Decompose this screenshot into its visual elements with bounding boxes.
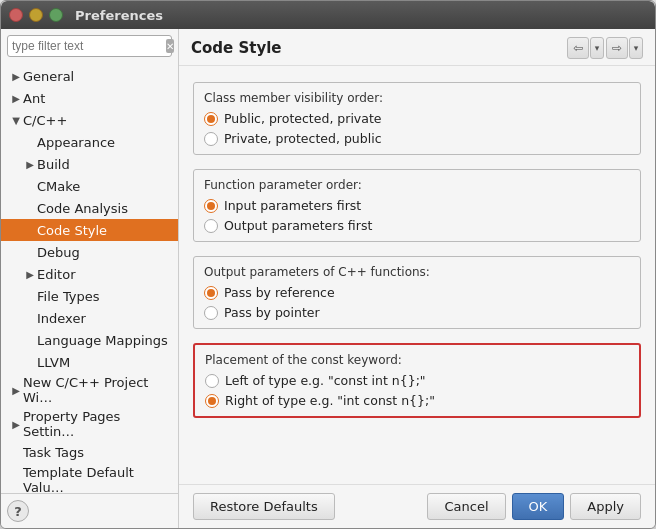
sidebar-item-general[interactable]: ▶General — [1, 65, 178, 87]
help-button[interactable]: ? — [7, 500, 29, 522]
radio-option-1[interactable]: Private, protected, public — [204, 131, 630, 146]
content-footer: Restore Defaults Cancel OK Apply — [179, 484, 655, 528]
tree-arrow-icon — [9, 445, 23, 459]
sidebar-item-template-default[interactable]: Template Default Valu… — [1, 463, 178, 493]
sidebar-item-editor[interactable]: ▶Editor — [1, 263, 178, 285]
radio-button[interactable] — [204, 112, 218, 126]
nav-back-button[interactable]: ⇦ — [567, 37, 589, 59]
tree-arrow-icon — [23, 179, 37, 193]
tree-arrow-icon — [23, 245, 37, 259]
apply-button[interactable]: Apply — [570, 493, 641, 520]
sidebar-item-property-pages[interactable]: ▶Property Pages Settin… — [1, 407, 178, 441]
sidebar-item-label: General — [23, 69, 74, 84]
content-scroll: Class member visibility order:Public, pr… — [179, 66, 655, 484]
sidebar-item-label: LLVM — [37, 355, 70, 370]
content-panel: Code Style ⇦ ▾ ⇨ ▾ Class member visibili… — [179, 29, 655, 528]
search-box[interactable]: ✕ — [7, 35, 172, 57]
radio-label: Public, protected, private — [224, 111, 382, 126]
search-clear-button[interactable]: ✕ — [166, 39, 174, 53]
tree-arrow-icon: ▶ — [9, 417, 23, 431]
tree-arrow-icon: ▼ — [9, 113, 23, 127]
sidebar-item-code-analysis[interactable]: Code Analysis — [1, 197, 178, 219]
radio-button[interactable] — [204, 306, 218, 320]
close-button[interactable] — [9, 8, 23, 22]
sidebar-item-label: Code Style — [37, 223, 107, 238]
tree-arrow-icon: ▶ — [23, 267, 37, 281]
sidebar-item-label: Task Tags — [23, 445, 84, 460]
sidebar-item-label: CMake — [37, 179, 80, 194]
sidebar-item-indexer[interactable]: Indexer — [1, 307, 178, 329]
radio-option-0[interactable]: Left of type e.g. "const int n{};" — [205, 373, 629, 388]
tree-arrow-icon — [23, 311, 37, 325]
maximize-button[interactable] — [49, 8, 63, 22]
restore-defaults-button[interactable]: Restore Defaults — [193, 493, 335, 520]
sidebar-tree: ▶General▶Ant▼C/C++Appearance▶BuildCMakeC… — [1, 63, 178, 493]
sidebar-item-cpp[interactable]: ▼C/C++ — [1, 109, 178, 131]
radio-button[interactable] — [205, 394, 219, 408]
section-label: Function parameter order: — [204, 178, 630, 192]
radio-label: Right of type e.g. "int const n{};" — [225, 393, 435, 408]
preferences-window: Preferences ✕ ▶General▶Ant▼C/C++Appearan… — [0, 0, 656, 529]
window-title: Preferences — [75, 8, 163, 23]
sidebar-item-build[interactable]: ▶Build — [1, 153, 178, 175]
section-const-keyword: Placement of the const keyword:Left of t… — [193, 343, 641, 418]
radio-button[interactable] — [205, 374, 219, 388]
sidebar-item-label: Template Default Valu… — [23, 465, 174, 493]
content-header: Code Style ⇦ ▾ ⇨ ▾ — [179, 29, 655, 66]
radio-button[interactable] — [204, 132, 218, 146]
sidebar-item-cmake[interactable]: CMake — [1, 175, 178, 197]
radio-label: Output parameters first — [224, 218, 372, 233]
sidebar-item-language-mappings[interactable]: Language Mappings — [1, 329, 178, 351]
nav-arrows: ⇦ ▾ ⇨ ▾ — [567, 37, 643, 59]
tree-arrow-icon — [9, 473, 23, 487]
sidebar-item-appearance[interactable]: Appearance — [1, 131, 178, 153]
tree-arrow-icon — [23, 223, 37, 237]
sidebar-item-label: Code Analysis — [37, 201, 128, 216]
radio-label: Input parameters first — [224, 198, 361, 213]
sidebar-item-new-cpp-project[interactable]: ▶New C/C++ Project Wi… — [1, 373, 178, 407]
tree-arrow-icon — [23, 201, 37, 215]
radio-option-1[interactable]: Right of type e.g. "int const n{};" — [205, 393, 629, 408]
tree-arrow-icon: ▶ — [9, 383, 23, 397]
sidebar-item-label: Build — [37, 157, 70, 172]
radio-option-1[interactable]: Output parameters first — [204, 218, 630, 233]
radio-label: Pass by pointer — [224, 305, 320, 320]
section-border: Placement of the const keyword:Left of t… — [193, 343, 641, 418]
tree-arrow-icon — [23, 289, 37, 303]
section-border: Output parameters of C++ functions:Pass … — [193, 256, 641, 329]
sidebar-item-llvm[interactable]: LLVM — [1, 351, 178, 373]
sidebar: ✕ ▶General▶Ant▼C/C++Appearance▶BuildCMak… — [1, 29, 179, 528]
radio-button[interactable] — [204, 219, 218, 233]
search-input[interactable] — [12, 39, 162, 53]
nav-forward-dropdown[interactable]: ▾ — [629, 37, 643, 59]
radio-option-0[interactable]: Pass by reference — [204, 285, 630, 300]
sidebar-item-label: C/C++ — [23, 113, 67, 128]
radio-option-0[interactable]: Public, protected, private — [204, 111, 630, 126]
sidebar-item-label: Property Pages Settin… — [23, 409, 174, 439]
section-border: Function parameter order:Input parameter… — [193, 169, 641, 242]
section-label: Output parameters of C++ functions: — [204, 265, 630, 279]
radio-button[interactable] — [204, 286, 218, 300]
nav-forward-button[interactable]: ⇨ — [606, 37, 628, 59]
sidebar-item-label: Debug — [37, 245, 80, 260]
minimize-button[interactable] — [29, 8, 43, 22]
radio-option-1[interactable]: Pass by pointer — [204, 305, 630, 320]
section-label: Placement of the const keyword: — [205, 353, 629, 367]
sidebar-item-label: Indexer — [37, 311, 86, 326]
sidebar-item-file-types[interactable]: File Types — [1, 285, 178, 307]
cancel-button[interactable]: Cancel — [427, 493, 505, 520]
section-label: Class member visibility order: — [204, 91, 630, 105]
content-title: Code Style — [191, 39, 282, 57]
radio-label: Pass by reference — [224, 285, 335, 300]
section-border: Class member visibility order:Public, pr… — [193, 82, 641, 155]
sidebar-item-debug[interactable]: Debug — [1, 241, 178, 263]
sidebar-bottom: ? — [1, 493, 178, 528]
sidebar-item-task-tags[interactable]: Task Tags — [1, 441, 178, 463]
nav-back-dropdown[interactable]: ▾ — [590, 37, 604, 59]
radio-option-0[interactable]: Input parameters first — [204, 198, 630, 213]
sidebar-item-label: Ant — [23, 91, 45, 106]
sidebar-item-code-style[interactable]: Code Style — [1, 219, 178, 241]
sidebar-item-ant[interactable]: ▶Ant — [1, 87, 178, 109]
radio-button[interactable] — [204, 199, 218, 213]
ok-button[interactable]: OK — [512, 493, 565, 520]
